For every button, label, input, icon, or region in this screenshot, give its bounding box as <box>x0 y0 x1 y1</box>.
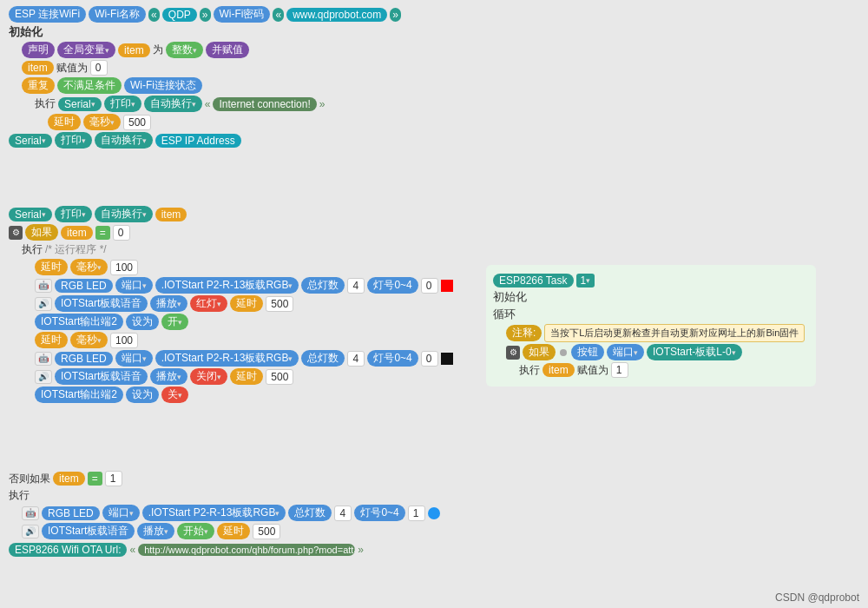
port2-block[interactable]: 端口 ▾ <box>115 350 153 367</box>
mid-serial-block[interactable]: Serial ▾ <box>9 208 52 221</box>
delay4-input[interactable]: 500 <box>266 369 293 385</box>
gear-icon-right[interactable]: ⚙ <box>506 346 520 360</box>
audio2-block[interactable]: IOTStart板载语音 <box>55 368 148 385</box>
close-block[interactable]: 关闭 ▾ <box>190 368 227 385</box>
delay2-block[interactable]: 延时 <box>230 295 263 312</box>
total2-input[interactable]: 4 <box>347 351 365 367</box>
and-val-block[interactable]: 并赋值 <box>206 42 249 58</box>
delay2-input[interactable]: 500 <box>266 296 293 312</box>
led-range1-block[interactable]: 灯号0~4 <box>367 277 418 294</box>
note-label-block[interactable]: 注释: <box>506 325 542 341</box>
play3-block[interactable]: 播放 ▾ <box>137 523 174 539</box>
url-block[interactable]: www.qdprobot.com <box>286 8 387 22</box>
auto-change-block[interactable]: 自动换行 ▾ <box>144 96 202 112</box>
blue-color-block[interactable] <box>428 507 440 519</box>
int-block[interactable]: 整数 ▾ <box>166 42 203 58</box>
if-block[interactable]: 如果 <box>25 224 58 241</box>
led-range2-block[interactable]: 灯号0~4 <box>367 350 418 367</box>
delay-input[interactable]: 500 <box>123 115 151 130</box>
wifi-pwd-block[interactable]: Wi-Fi密码 <box>214 6 271 23</box>
zero-input[interactable]: 0 <box>113 225 130 241</box>
delay100b-block[interactable]: 延时 <box>35 332 68 348</box>
not-satisfy-block[interactable]: 不满足条件 <box>57 77 122 94</box>
serial2-block[interactable]: Serial ▾ <box>9 134 52 148</box>
iotstart1-block[interactable]: .IOTStart P2-R-13板载RGB ▾ <box>155 277 299 294</box>
ota-url-block[interactable]: http://www.qdprobot.com/qhb/forum.php?mo… <box>138 544 355 556</box>
task-num-block[interactable]: 1 ▾ <box>576 274 595 287</box>
ota-label-block[interactable]: ESP8266 Wifi OTA Url: <box>9 543 127 557</box>
ms100-block[interactable]: 毫秒 ▾ <box>70 259 108 275</box>
esp-title-block[interactable]: ESP8266 Task <box>493 274 574 287</box>
start-block[interactable]: 开始 ▾ <box>177 523 214 539</box>
delay4-block[interactable]: 延时 <box>230 368 263 385</box>
note-text-block: 当按下L后启动更新检查并自动更新对应网址上的新Bin固件 <box>544 324 805 342</box>
delay-block[interactable]: 延时 <box>48 114 81 130</box>
right-item-block[interactable]: item <box>542 363 575 377</box>
wifi-name-block[interactable]: Wi-Fi名称 <box>89 6 146 23</box>
on-block[interactable]: 开 ▾ <box>161 314 188 330</box>
audio3-block[interactable]: IOTStart板载语音 <box>42 523 135 539</box>
value-input[interactable]: 0 <box>90 60 108 76</box>
total1-block[interactable]: 总灯数 <box>301 277 345 294</box>
iotstart-right-block[interactable]: IOTStart-板载L-0 ▾ <box>647 344 742 360</box>
button-block[interactable]: 按钮 <box>571 344 604 360</box>
mid-item-block[interactable]: item <box>155 208 187 221</box>
internet-block[interactable]: Internet connection! <box>213 97 316 111</box>
mid-auto-block[interactable]: 自动换行 ▾ <box>95 206 153 222</box>
iotstart2-block[interactable]: .IOTStart P2-R-13板载RGB ▾ <box>155 350 299 367</box>
wifi-status-block[interactable]: Wi-Fi连接状态 <box>124 77 202 94</box>
play1-block[interactable]: 播放 ▾ <box>150 295 187 312</box>
total3-block[interactable]: 总灯数 <box>288 505 332 521</box>
led2-input[interactable]: 0 <box>421 351 438 367</box>
port1-block[interactable]: 端口 ▾ <box>115 277 153 294</box>
delay5-block[interactable]: 延时 <box>217 523 250 539</box>
serial-block[interactable]: Serial ▾ <box>58 97 102 111</box>
rgb2-block[interactable]: RGB LED <box>55 352 113 366</box>
right-if-block[interactable]: 如果 <box>523 344 556 360</box>
led-range3-block[interactable]: 灯号0~4 <box>354 505 404 521</box>
mid-print-block[interactable]: 打印 ▾ <box>55 206 92 222</box>
black-color-block[interactable] <box>441 353 453 365</box>
total1-input[interactable]: 4 <box>347 278 365 294</box>
set1-block[interactable]: 设为 <box>126 314 159 330</box>
global-var-block[interactable]: 全局变量 ▾ <box>57 42 115 58</box>
right-port-block[interactable]: 端口 ▾ <box>607 344 644 360</box>
esp-ip-block[interactable]: ESP IP Address <box>155 134 241 148</box>
qdp-block[interactable]: QDP <box>162 8 197 22</box>
led3-input[interactable]: 1 <box>408 506 425 521</box>
rgb3-block[interactable]: RGB LED <box>42 506 100 520</box>
right-val-input[interactable]: 1 <box>611 362 628 378</box>
auto2-block[interactable]: 自动换行 ▾ <box>95 132 153 149</box>
print2-block[interactable]: 打印 ▾ <box>55 132 92 149</box>
output1-block[interactable]: IOTStart输出端2 <box>35 314 123 330</box>
item-assign-block[interactable]: item <box>22 61 54 75</box>
item2-block[interactable]: item <box>61 226 93 240</box>
ms-block[interactable]: 毫秒 ▾ <box>83 114 121 130</box>
red-light-block[interactable]: 红灯 ▾ <box>190 295 227 312</box>
output2-block[interactable]: IOTStart输出端2 <box>35 387 123 403</box>
audio1-block[interactable]: IOTStart板载语音 <box>55 295 148 312</box>
delay100b-input[interactable]: 100 <box>110 333 138 348</box>
delay100-input[interactable]: 100 <box>110 260 138 275</box>
delay100-block[interactable]: 延时 <box>35 259 68 275</box>
iotstart3-block[interactable]: .IOTStart P2-R-13板载RGB ▾ <box>142 505 286 521</box>
off-block[interactable]: 关 ▾ <box>161 387 188 403</box>
delay5-input[interactable]: 500 <box>253 524 280 539</box>
port3-block[interactable]: 端口 ▾ <box>102 505 140 521</box>
repeat-block[interactable]: 重复 <box>22 77 55 94</box>
item-block[interactable]: item <box>118 43 150 57</box>
rgb1-block[interactable]: RGB LED <box>55 279 113 293</box>
total3-input[interactable]: 4 <box>334 506 352 521</box>
set2-block[interactable]: 设为 <box>126 387 159 403</box>
print-block[interactable]: 打印 ▾ <box>104 96 141 112</box>
item3-block[interactable]: item <box>53 472 85 486</box>
gear-icon[interactable]: ⚙ <box>9 226 23 240</box>
red-color-block[interactable] <box>441 280 453 292</box>
play2-block[interactable]: 播放 ▾ <box>150 368 187 385</box>
ms100b-block[interactable]: 毫秒 ▾ <box>70 332 108 348</box>
led1-input[interactable]: 0 <box>421 278 438 294</box>
one-input[interactable]: 1 <box>105 471 122 486</box>
total2-block[interactable]: 总灯数 <box>301 350 345 367</box>
declare-block[interactable]: 声明 <box>22 42 55 58</box>
esp-connect-block[interactable]: ESP 连接WiFi <box>9 6 86 23</box>
